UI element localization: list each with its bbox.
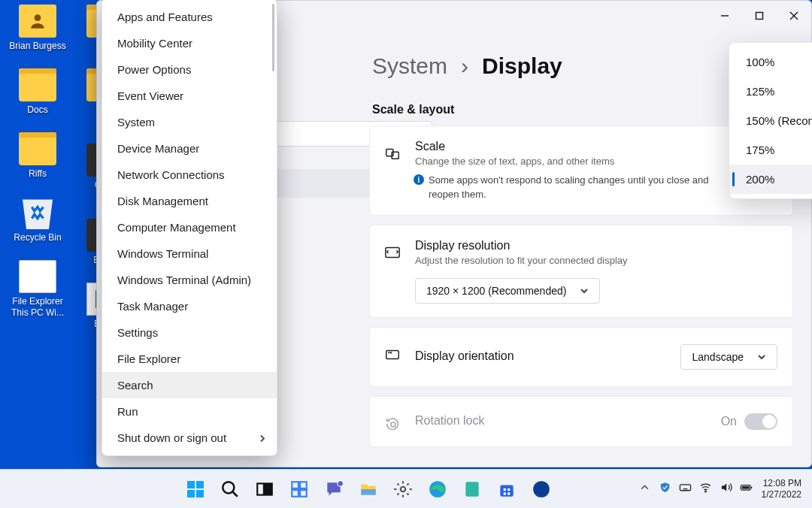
taskbar-clock[interactable]: 12:08 PM 1/27/2022 [762, 478, 801, 500]
svg-rect-13 [196, 490, 204, 497]
menu-item-hover[interactable]: Search [102, 372, 277, 398]
settings-taskbar[interactable] [388, 474, 418, 504]
breadcrumb-current: Display [482, 53, 562, 79]
scale-option[interactable]: 150% (Recommended) [729, 106, 812, 135]
breadcrumb-separator: › [461, 53, 468, 79]
winx-menu[interactable]: Apps and Features Mobility Center Power … [102, 0, 277, 456]
svg-rect-9 [391, 422, 395, 427]
chevron-right-icon [259, 431, 266, 444]
desktop-icon-folder[interactable]: Riffs [6, 132, 69, 180]
desktop-label: Riffs [6, 168, 69, 180]
rotation-card: Rotation lock On [369, 396, 793, 447]
scale-option-selected[interactable]: 200% [729, 165, 812, 194]
volume-icon[interactable] [720, 481, 732, 497]
menu-item[interactable]: Task Manager [102, 293, 277, 319]
resolution-title: Display resolution [415, 239, 777, 252]
svg-rect-6 [386, 351, 399, 359]
store-taskbar[interactable] [492, 474, 522, 504]
svg-rect-10 [187, 481, 195, 488]
breadcrumb-parent[interactable]: System [372, 53, 447, 79]
tray-overflow[interactable] [638, 481, 651, 497]
menu-item[interactable]: Device Manager [102, 135, 277, 162]
user-icon [19, 5, 56, 38]
close-button[interactable] [777, 1, 811, 31]
resolution-card[interactable]: Display resolution Adjust the resolution… [369, 225, 793, 318]
app-taskbar[interactable] [457, 474, 487, 504]
task-view[interactable] [250, 474, 280, 504]
scale-dropdown[interactable]: 100% 125% 150% (Recommended) 175% 200% [729, 42, 812, 199]
desktop-icon-folder[interactable]: Docs [6, 68, 69, 116]
app-taskbar-2[interactable] [526, 474, 556, 504]
svg-rect-28 [504, 488, 506, 490]
menu-item[interactable]: Network Connections [102, 162, 277, 188]
scale-option[interactable]: 175% [729, 135, 812, 165]
menu-item[interactable]: Windows Terminal (Admin) [102, 267, 277, 293]
desktop-icon-recycle-bin[interactable]: Recycle Bin [6, 196, 69, 243]
resolution-select[interactable]: 1920 × 1200 (Recommended) [415, 278, 600, 304]
battery-icon[interactable] [740, 481, 753, 497]
menu-item[interactable]: Mobility Center [102, 30, 277, 56]
svg-point-7 [389, 352, 389, 353]
desktop-icon-page[interactable]: File Explorer This PC Wi... [6, 260, 69, 319]
svg-point-22 [338, 481, 343, 486]
svg-rect-27 [500, 485, 513, 496]
rotation-title: Rotation lock [415, 414, 485, 428]
scale-option[interactable]: 100% [729, 47, 812, 77]
svg-rect-18 [300, 482, 307, 488]
chat-button[interactable] [319, 474, 349, 504]
start-button[interactable] [180, 474, 211, 504]
keyboard-icon[interactable] [679, 481, 692, 497]
scale-desc: Change the size of text, apps, and other… [415, 155, 731, 168]
desktop-label: File Explorer This PC Wi... [6, 296, 69, 319]
menu-item[interactable]: System [102, 109, 277, 135]
chevron-down-icon [580, 286, 589, 295]
widgets-button[interactable] [284, 474, 314, 504]
scale-title: Scale [415, 140, 777, 153]
file-explorer-taskbar[interactable] [353, 474, 383, 504]
svg-point-8 [391, 352, 392, 353]
wifi-icon[interactable] [699, 481, 712, 497]
orientation-select[interactable]: Landscape [680, 344, 777, 370]
maximize-button[interactable] [742, 1, 777, 31]
orientation-card[interactable]: Display orientation Landscape [369, 327, 793, 387]
menu-item[interactable]: Power Options [102, 56, 277, 83]
menu-item[interactable]: Disk Management [102, 188, 277, 214]
security-icon[interactable] [659, 481, 671, 497]
resolution-value: 1920 × 1200 (Recommended) [426, 285, 566, 297]
menu-item-label: Shut down or sign out [117, 431, 226, 444]
svg-rect-23 [361, 489, 376, 495]
orientation-title: Display orientation [415, 349, 514, 363]
svg-point-32 [533, 481, 550, 497]
menu-item[interactable]: Run [102, 398, 277, 425]
scale-note-text: Some apps won't respond to scaling chang… [429, 174, 709, 200]
svg-point-0 [35, 14, 41, 21]
scale-icon [383, 144, 401, 162]
clock-date: 1/27/2022 [762, 489, 801, 500]
scale-option[interactable]: 125% [729, 77, 812, 106]
desktop-label: Recycle Bin [6, 232, 69, 243]
menu-item[interactable]: Apps and Features [102, 4, 277, 30]
menu-item[interactable]: File Explorer [102, 346, 277, 372]
desktop-icon-user[interactable]: Brian Burgess [6, 5, 69, 52]
svg-rect-26 [465, 482, 478, 497]
edge-taskbar[interactable] [423, 474, 453, 504]
resolution-desc: Adjust the resolution to fit your connec… [415, 254, 731, 268]
menu-item[interactable]: Windows Terminal [102, 240, 277, 267]
minimize-button[interactable] [707, 1, 742, 31]
svg-rect-11 [196, 481, 204, 488]
taskbar-search[interactable] [215, 474, 245, 504]
svg-rect-31 [508, 492, 510, 494]
menu-item[interactable]: Settings [102, 319, 277, 346]
chevron-down-icon [757, 352, 766, 361]
desktop-label: Docs [6, 104, 69, 116]
rotation-lock-icon [383, 415, 401, 433]
taskbar: 12:08 PM 1/27/2022 [0, 469, 812, 508]
menu-item[interactable]: Event Viewer [102, 83, 277, 109]
orientation-icon [383, 346, 401, 364]
svg-rect-16 [265, 483, 272, 494]
menu-item[interactable]: Computer Management [102, 214, 277, 240]
svg-point-34 [704, 491, 705, 491]
menu-item-submenu[interactable]: Shut down or sign out [102, 425, 277, 451]
desktop-label: Brian Burgess [6, 41, 69, 52]
svg-rect-20 [300, 490, 307, 497]
